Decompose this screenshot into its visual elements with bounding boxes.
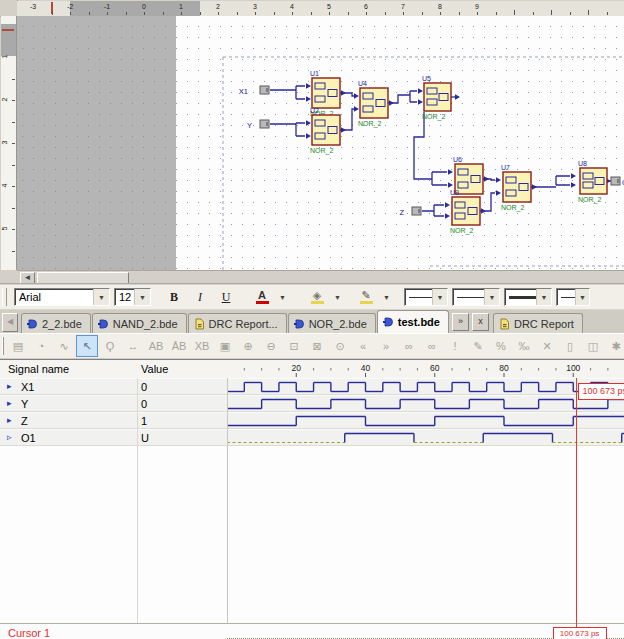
chevron-down-icon[interactable]: ▼	[432, 289, 447, 305]
font-color-button[interactable]: A	[251, 287, 273, 307]
filter-ab-icon[interactable]: XB	[191, 335, 213, 357]
wire-arrow	[389, 100, 394, 106]
line-width-combo-1[interactable]: ▼	[404, 288, 448, 306]
report-doc-icon[interactable]: ▯	[559, 335, 581, 357]
cursor-time-label[interactable]: 100 673 ps	[553, 627, 607, 639]
tab-test-bde[interactable]: test.bde	[377, 310, 449, 333]
signal-row-x1[interactable]: ▸X10	[0, 378, 624, 395]
find-next-icon[interactable]: ∞	[421, 335, 443, 357]
line-color-button[interactable]: ✎	[355, 287, 377, 307]
clock-icon[interactable]: ◔	[30, 335, 52, 357]
tab-label: 2_2.bde	[42, 318, 82, 330]
gate-U5[interactable]: U5NOR_2	[422, 75, 451, 121]
wire[interactable]	[270, 120, 311, 139]
line-width-combo-4[interactable]: ▼	[556, 288, 590, 306]
terminal-X1[interactable]: X1	[239, 86, 269, 96]
fill-color-button[interactable]: ◈	[306, 287, 328, 307]
tab-nor-2-bde[interactable]: NOR_2.bde	[288, 313, 376, 333]
wire[interactable]	[388, 88, 423, 106]
toolbar-grip[interactable]	[2, 288, 7, 306]
tab-2-2-bde[interactable]: 2_2.bde	[21, 313, 91, 333]
font-color-dropdown[interactable]: ▼	[277, 287, 288, 307]
find-icon[interactable]: ∞	[398, 335, 420, 357]
wire-arrow	[532, 184, 537, 190]
pen-percent-icon[interactable]: %	[490, 335, 512, 357]
add-signal-icon[interactable]: ∿	[53, 335, 75, 357]
font-size-combo[interactable]: 12 ▼	[114, 288, 151, 306]
font-family-combo[interactable]: Arial ▼	[14, 288, 110, 306]
line-width-combo-2[interactable]: ▼	[452, 288, 500, 306]
magnifier-icon[interactable]: Ϙ	[99, 335, 121, 357]
wire[interactable]	[414, 112, 453, 188]
tab-drc-report-[interactable]: DRC Report...	[188, 313, 287, 333]
waveform-z[interactable]	[227, 413, 624, 428]
search-ab-icon[interactable]: ĀB	[168, 335, 190, 357]
next-transition-icon[interactable]: »	[375, 335, 397, 357]
line-color-dropdown[interactable]: ▼	[381, 287, 392, 307]
gate-U7[interactable]: U7NOR_2	[501, 164, 531, 212]
tab-drc-report-partial[interactable]: DRC Report	[493, 313, 583, 333]
column-splitter-2[interactable]	[227, 378, 228, 639]
signal-settings-icon[interactable]: ✱	[605, 335, 624, 357]
schematic-hscrollbar[interactable]: ◄	[17, 270, 624, 284]
terminal-Y[interactable]: Y	[247, 120, 269, 130]
tab-nand-2-bde[interactable]: NAND_2.bde	[92, 313, 187, 333]
compare-ab-icon[interactable]: AB	[145, 335, 167, 357]
wire-arrow	[306, 120, 311, 126]
signal-row-o1[interactable]: ▹O1U	[0, 429, 624, 446]
zoom-fit-icon[interactable]: ⊠	[306, 335, 328, 357]
chevron-down-icon[interactable]: ▼	[134, 289, 150, 305]
pen-x-icon[interactable]: ✕	[536, 335, 558, 357]
tab-close-button[interactable]: x	[472, 313, 489, 331]
measure-icon[interactable]: ↔	[122, 335, 144, 357]
tab-overflow-button[interactable]: »	[452, 313, 469, 331]
wire[interactable]	[531, 173, 576, 190]
chevron-down-icon[interactable]: ▼	[93, 289, 109, 305]
save-icon[interactable]: ▤	[7, 335, 29, 357]
wire[interactable]	[340, 106, 359, 133]
terminal-Z[interactable]: Z	[399, 207, 421, 217]
wire[interactable]	[483, 176, 501, 183]
input-pin	[583, 173, 593, 179]
signal-row-z[interactable]: ▸Z1	[0, 412, 624, 429]
zoom-region-icon[interactable]: ⊡	[283, 335, 305, 357]
line-width-combo-3[interactable]: ▼	[504, 288, 552, 306]
wire[interactable]	[270, 83, 311, 102]
schematic-drawing[interactable]: U1NOR_2U2NOR_2U4NOR_2U5NOR_2U6NOR_2U9NOR…	[0, 0, 624, 270]
marker-icon[interactable]: ǃ	[444, 335, 466, 357]
toolbar-grip[interactable]	[2, 337, 4, 355]
zoom-in-icon[interactable]: ⊕	[237, 335, 259, 357]
copy-icon[interactable]: ▣	[214, 335, 236, 357]
zoom-out-icon[interactable]: ⊖	[260, 335, 282, 357]
timeline-label: 40	[361, 363, 371, 373]
fill-color-dropdown[interactable]: ▼	[332, 287, 343, 307]
column-splitter-1[interactable]	[137, 378, 138, 639]
doc-01-icon[interactable]: ◫	[582, 335, 604, 357]
chevron-down-icon[interactable]: ▼	[575, 289, 589, 305]
time-cursor-line[interactable]	[576, 378, 577, 628]
waveform-x1[interactable]	[227, 379, 624, 394]
signal-row-y[interactable]: ▸Y0	[0, 395, 624, 412]
percent-pen-icon[interactable]: ‰	[513, 335, 535, 357]
pen-slash-icon[interactable]: ✎	[467, 335, 489, 357]
wire[interactable]	[340, 90, 359, 99]
wire[interactable]	[451, 94, 460, 100]
terminal-O1[interactable]: O1	[611, 177, 624, 187]
gate-U4[interactable]: U4NOR_2	[358, 80, 388, 128]
underline-button[interactable]: U	[215, 286, 237, 308]
bold-button[interactable]: B	[163, 286, 185, 308]
zoom-cursor-icon[interactable]: ⊙	[329, 335, 351, 357]
italic-button[interactable]: I	[189, 286, 211, 308]
prev-transition-icon[interactable]: «	[352, 335, 374, 357]
chevron-down-icon[interactable]: ▼	[536, 289, 551, 305]
waveform-empty-area[interactable]	[0, 446, 624, 623]
waveform-o1[interactable]	[227, 430, 624, 445]
gate-U8[interactable]: U8NOR_2	[578, 160, 607, 204]
tab-scroll-left-button[interactable]: ◀	[2, 313, 18, 332]
chevron-down-icon[interactable]: ▼	[484, 289, 499, 305]
timeline-ruler[interactable]: 20406080100	[227, 360, 624, 378]
waveform-y[interactable]	[227, 396, 624, 411]
output-pin	[376, 100, 385, 107]
pointer-icon[interactable]: ↖	[76, 335, 98, 357]
wire[interactable]	[422, 202, 450, 219]
